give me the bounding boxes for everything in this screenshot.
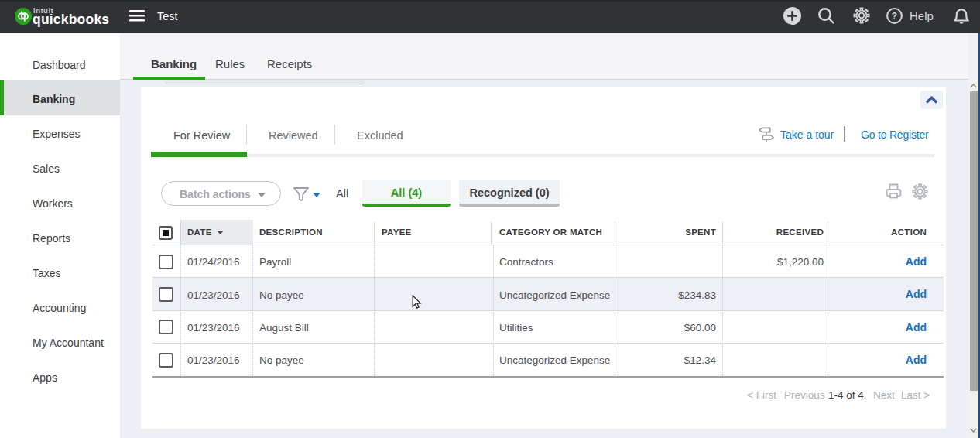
svg-text:?: ? bbox=[892, 11, 897, 22]
